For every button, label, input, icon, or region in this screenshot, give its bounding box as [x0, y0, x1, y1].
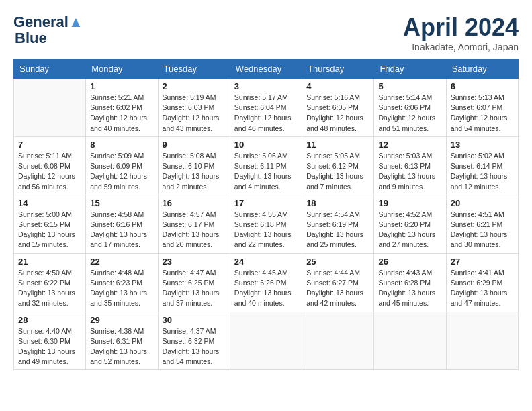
- calendar-cell: 23Sunrise: 4:47 AM Sunset: 6:25 PM Dayli…: [158, 253, 230, 312]
- calendar-cell: 6Sunrise: 5:13 AM Sunset: 6:07 PM Daylig…: [446, 79, 518, 137]
- day-number: 4: [306, 81, 369, 91]
- day-info: Sunrise: 4:57 AM Sunset: 6:17 PM Dayligh…: [163, 210, 226, 250]
- day-number: 27: [451, 257, 514, 267]
- calendar-cell: 28Sunrise: 4:40 AM Sunset: 6:30 PM Dayli…: [14, 312, 86, 370]
- day-info: Sunrise: 5:16 AM Sunset: 6:05 PM Dayligh…: [306, 93, 369, 134]
- calendar-cell: 14Sunrise: 5:00 AM Sunset: 6:15 PM Dayli…: [14, 195, 86, 253]
- location: Inakadate, Aomori, Japan: [403, 42, 519, 52]
- day-number: 1: [90, 81, 153, 91]
- day-number: 12: [378, 140, 441, 150]
- day-number: 2: [163, 81, 226, 91]
- header-saturday: Saturday: [446, 60, 518, 79]
- calendar-cell: 9Sunrise: 5:08 AM Sunset: 6:10 PM Daylig…: [158, 136, 230, 195]
- calendar-table: SundayMondayTuesdayWednesdayThursdayFrid…: [13, 59, 519, 370]
- day-info: Sunrise: 5:08 AM Sunset: 6:10 PM Dayligh…: [163, 151, 226, 192]
- calendar-week-5: 28Sunrise: 4:40 AM Sunset: 6:30 PM Dayli…: [14, 312, 519, 370]
- calendar-cell: 18Sunrise: 4:54 AM Sunset: 6:19 PM Dayli…: [302, 195, 374, 253]
- calendar-cell: 7Sunrise: 5:11 AM Sunset: 6:08 PM Daylig…: [14, 136, 86, 195]
- day-number: 19: [378, 198, 441, 208]
- header-thursday: Thursday: [302, 60, 374, 79]
- day-info: Sunrise: 4:52 AM Sunset: 6:20 PM Dayligh…: [378, 210, 441, 250]
- calendar-week-2: 7Sunrise: 5:11 AM Sunset: 6:08 PM Daylig…: [14, 136, 519, 195]
- day-number: 10: [234, 140, 298, 150]
- day-number: 5: [378, 81, 441, 91]
- header-monday: Monday: [86, 60, 158, 79]
- day-number: 3: [234, 81, 298, 91]
- day-number: 30: [163, 315, 226, 325]
- calendar-cell: 8Sunrise: 5:09 AM Sunset: 6:09 PM Daylig…: [86, 136, 158, 195]
- day-info: Sunrise: 4:43 AM Sunset: 6:28 PM Dayligh…: [378, 268, 441, 309]
- calendar-cell: 21Sunrise: 4:50 AM Sunset: 6:22 PM Dayli…: [14, 253, 86, 312]
- calendar-cell: 20Sunrise: 4:51 AM Sunset: 6:21 PM Dayli…: [446, 195, 518, 253]
- day-number: 14: [18, 198, 81, 208]
- header-friday: Friday: [374, 60, 446, 79]
- day-number: 18: [306, 198, 369, 208]
- calendar-cell: 11Sunrise: 5:05 AM Sunset: 6:12 PM Dayli…: [302, 136, 374, 195]
- calendar-cell: 22Sunrise: 4:48 AM Sunset: 6:23 PM Dayli…: [86, 253, 158, 312]
- day-info: Sunrise: 4:55 AM Sunset: 6:18 PM Dayligh…: [234, 210, 298, 250]
- day-info: Sunrise: 4:41 AM Sunset: 6:29 PM Dayligh…: [451, 268, 514, 309]
- calendar-cell: 3Sunrise: 5:17 AM Sunset: 6:04 PM Daylig…: [230, 79, 302, 137]
- header-tuesday: Tuesday: [158, 60, 230, 79]
- calendar-cell: 5Sunrise: 5:14 AM Sunset: 6:06 PM Daylig…: [374, 79, 446, 137]
- calendar-cell: 26Sunrise: 4:43 AM Sunset: 6:28 PM Dayli…: [374, 253, 446, 312]
- day-info: Sunrise: 4:45 AM Sunset: 6:26 PM Dayligh…: [234, 268, 298, 309]
- calendar-cell: 2Sunrise: 5:19 AM Sunset: 6:03 PM Daylig…: [158, 79, 230, 137]
- day-info: Sunrise: 4:40 AM Sunset: 6:30 PM Dayligh…: [18, 326, 81, 367]
- day-info: Sunrise: 4:37 AM Sunset: 6:32 PM Dayligh…: [163, 326, 226, 367]
- day-info: Sunrise: 4:48 AM Sunset: 6:23 PM Dayligh…: [90, 268, 153, 309]
- day-number: 23: [163, 257, 226, 267]
- day-number: 11: [306, 140, 369, 150]
- calendar-week-1: 1Sunrise: 5:21 AM Sunset: 6:02 PM Daylig…: [14, 79, 519, 137]
- header-sunday: Sunday: [14, 60, 86, 79]
- day-info: Sunrise: 4:50 AM Sunset: 6:22 PM Dayligh…: [18, 268, 81, 309]
- day-number: 25: [306, 257, 369, 267]
- day-number: 26: [378, 257, 441, 267]
- day-info: Sunrise: 5:11 AM Sunset: 6:08 PM Dayligh…: [18, 151, 81, 192]
- calendar-cell: [302, 312, 374, 370]
- day-number: 15: [90, 198, 153, 208]
- day-info: Sunrise: 5:02 AM Sunset: 6:14 PM Dayligh…: [451, 151, 514, 192]
- day-info: Sunrise: 5:21 AM Sunset: 6:02 PM Dayligh…: [90, 93, 153, 134]
- logo-text: General▲: [13, 13, 83, 31]
- calendar-cell: 30Sunrise: 4:37 AM Sunset: 6:32 PM Dayli…: [158, 312, 230, 370]
- month-title: April 2024: [403, 13, 519, 42]
- calendar-cell: [230, 312, 302, 370]
- day-info: Sunrise: 4:54 AM Sunset: 6:19 PM Dayligh…: [306, 210, 369, 250]
- day-info: Sunrise: 4:38 AM Sunset: 6:31 PM Dayligh…: [90, 326, 153, 367]
- day-number: 8: [90, 140, 153, 150]
- calendar-cell: [14, 79, 86, 137]
- title-area: April 2024 Inakadate, Aomori, Japan: [403, 13, 519, 52]
- day-number: 20: [451, 198, 514, 208]
- day-number: 16: [163, 198, 226, 208]
- calendar-cell: 17Sunrise: 4:55 AM Sunset: 6:18 PM Dayli…: [230, 195, 302, 253]
- day-number: 17: [234, 198, 298, 208]
- calendar-week-4: 21Sunrise: 4:50 AM Sunset: 6:22 PM Dayli…: [14, 253, 519, 312]
- calendar-cell: 24Sunrise: 4:45 AM Sunset: 6:26 PM Dayli…: [230, 253, 302, 312]
- calendar-cell: 12Sunrise: 5:03 AM Sunset: 6:13 PM Dayli…: [374, 136, 446, 195]
- day-number: 29: [90, 315, 153, 325]
- calendar-header-row: SundayMondayTuesdayWednesdayThursdayFrid…: [14, 60, 519, 79]
- calendar-cell: [446, 312, 518, 370]
- day-info: Sunrise: 5:09 AM Sunset: 6:09 PM Dayligh…: [90, 151, 153, 192]
- calendar-week-3: 14Sunrise: 5:00 AM Sunset: 6:15 PM Dayli…: [14, 195, 519, 253]
- page-header: General▲ Blue April 2024 Inakadate, Aomo…: [13, 13, 519, 52]
- day-info: Sunrise: 5:03 AM Sunset: 6:13 PM Dayligh…: [378, 151, 441, 192]
- day-info: Sunrise: 4:51 AM Sunset: 6:21 PM Dayligh…: [451, 210, 514, 250]
- calendar-cell: 13Sunrise: 5:02 AM Sunset: 6:14 PM Dayli…: [446, 136, 518, 195]
- logo: General▲ Blue: [13, 13, 83, 46]
- day-number: 21: [18, 257, 81, 267]
- day-info: Sunrise: 5:00 AM Sunset: 6:15 PM Dayligh…: [18, 210, 81, 250]
- day-info: Sunrise: 5:06 AM Sunset: 6:11 PM Dayligh…: [234, 151, 298, 192]
- day-number: 22: [90, 257, 153, 267]
- calendar-cell: 16Sunrise: 4:57 AM Sunset: 6:17 PM Dayli…: [158, 195, 230, 253]
- logo-subtext: Blue: [15, 31, 47, 46]
- day-info: Sunrise: 4:47 AM Sunset: 6:25 PM Dayligh…: [163, 268, 226, 309]
- day-number: 24: [234, 257, 298, 267]
- calendar-cell: 19Sunrise: 4:52 AM Sunset: 6:20 PM Dayli…: [374, 195, 446, 253]
- day-number: 9: [163, 140, 226, 150]
- day-number: 13: [451, 140, 514, 150]
- calendar-cell: 1Sunrise: 5:21 AM Sunset: 6:02 PM Daylig…: [86, 79, 158, 137]
- calendar-cell: 4Sunrise: 5:16 AM Sunset: 6:05 PM Daylig…: [302, 79, 374, 137]
- day-info: Sunrise: 5:14 AM Sunset: 6:06 PM Dayligh…: [378, 93, 441, 134]
